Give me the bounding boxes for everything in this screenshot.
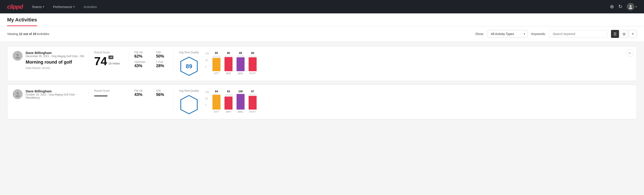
- card-user-name: Dave Billingham: [26, 89, 88, 93]
- card-date: December 05, 2021 - Gog Magog Golf Club …: [26, 55, 88, 58]
- activity-card: Dave Billingham December 05, 2021 - Gog …: [7, 46, 637, 81]
- round-score-section: Round Score 74 +4 18 Holes: [88, 51, 129, 67]
- card-user-name: Dave Billingham: [26, 51, 88, 55]
- view-grid-button[interactable]: ⊞: [620, 30, 628, 38]
- bar-fill: [236, 94, 244, 110]
- round-score-section: Round Score: [88, 89, 129, 96]
- card-left-section: Dave Billingham December 05, 2021 - Gog …: [13, 51, 88, 70]
- edit-button[interactable]: ✏: [626, 50, 634, 57]
- bar-column: 85OTT: [212, 52, 220, 75]
- gir-value: 50%: [156, 54, 174, 59]
- show-label: Show:: [475, 32, 484, 36]
- hex-score: 89: [186, 63, 192, 70]
- view-list-button[interactable]: ≡: [629, 30, 637, 38]
- shot-quality-section: Avg Shot Quality 89 100 50 0 85OTT90APP8…: [174, 51, 631, 76]
- activities-content: Dave Billingham December 05, 2021 - Gog …: [0, 42, 644, 124]
- app-logo[interactable]: clippd: [7, 3, 23, 10]
- hexagon-container: 89: [179, 56, 199, 76]
- fw-hit-label: FW Hit: [134, 51, 152, 54]
- bar-wrapper: [248, 56, 256, 71]
- activity-type-select[interactable]: All Activity Types: [488, 30, 528, 38]
- updown-value: 43%: [134, 64, 152, 68]
- bar-wrapper: [236, 94, 244, 110]
- avg-shot-label: Avg Shot Quality: [179, 89, 199, 92]
- bar-column: 89ARG: [236, 52, 244, 75]
- bar-fill: [236, 57, 244, 71]
- avatar-chevron-icon: ▾: [636, 5, 637, 8]
- one-putt-value: 28%: [156, 64, 174, 68]
- score-number: 74: [94, 55, 107, 67]
- viewing-count-text: Viewing 12 out of 29 Activities: [7, 32, 472, 36]
- fw-hit-label: FW Hit: [134, 89, 152, 92]
- fw-hit-value: 62%: [134, 54, 152, 59]
- nav-performance[interactable]: Performance ▾: [53, 3, 75, 10]
- card-source: Data Source: Arccos: [26, 66, 88, 70]
- bar-category-label: OTT: [214, 110, 219, 113]
- svg-marker-7: [181, 96, 197, 114]
- bar-column: 94OTT: [212, 90, 220, 113]
- round-score-label: Round Score: [94, 89, 129, 92]
- card-info: Dave Billingham October 16, 2021 - Gog M…: [26, 89, 88, 101]
- bar-fill: [224, 57, 232, 71]
- bar-column: 90APP: [224, 52, 232, 75]
- nav-teams[interactable]: Teams ▾: [32, 3, 44, 10]
- updown-label: Up/Down: [134, 60, 152, 64]
- refresh-icon[interactable]: ↻: [618, 4, 622, 10]
- search-input[interactable]: [550, 30, 608, 38]
- y-axis-labels: 100 50 0: [205, 52, 209, 68]
- card-left-section: Dave Billingham October 16, 2021 - Gog M…: [13, 89, 88, 101]
- card-info: Dave Billingham December 05, 2021 - Gog …: [26, 51, 88, 70]
- bar-fill: [212, 95, 220, 110]
- gir-stat: GIR 50%: [156, 51, 174, 59]
- bar-wrapper: [224, 94, 232, 110]
- add-icon[interactable]: ⊕: [610, 4, 614, 10]
- performance-chevron-icon: ▾: [74, 5, 75, 8]
- quality-left: Avg Shot Quality 89: [179, 51, 199, 76]
- filter-bar: Viewing 12 out of 29 Activities Show: Al…: [0, 26, 644, 42]
- round-score-label: Round Score: [94, 51, 129, 54]
- svg-point-2: [16, 54, 19, 56]
- bar-column: 89PUTT: [248, 52, 256, 75]
- score-badge: +4: [108, 56, 114, 59]
- svg-point-1: [629, 7, 632, 9]
- navbar: clippd Teams ▾ Performance ▾ Activities …: [0, 0, 644, 14]
- view-list-compact-button[interactable]: ☰: [611, 30, 619, 38]
- bar-chart: 85OTT90APP89ARG89PUTT: [212, 52, 256, 75]
- bar-wrapper: [212, 56, 220, 71]
- page-header: My Activities: [0, 14, 644, 26]
- user-menu[interactable]: ▾: [627, 3, 637, 10]
- score-holes: 18 Holes: [108, 62, 120, 65]
- bar-wrapper: [212, 94, 220, 110]
- gir-stat: GIR 56%: [156, 89, 174, 97]
- svg-point-3: [16, 57, 20, 59]
- list-compact-icon: ☰: [614, 32, 616, 36]
- bar-category-label: PUTT: [250, 72, 256, 75]
- bar-value-label: 90: [227, 52, 230, 55]
- avatar: [13, 89, 22, 99]
- bar-column: 83APP: [224, 90, 232, 113]
- quality-left: Avg Shot Quality: [179, 89, 199, 115]
- bar-value-label: 85: [215, 52, 218, 55]
- keywords-label: Keywords:: [531, 32, 546, 36]
- hexagon-container: [179, 94, 199, 115]
- view-toggle-group: ☰ ⊞ ≡: [611, 30, 637, 38]
- bar-category-label: APP: [226, 72, 231, 75]
- updown-stat: Up/Down 43%: [134, 60, 152, 68]
- svg-point-0: [630, 5, 632, 7]
- one-putt-label: 1 Putt: [156, 60, 174, 64]
- page-title: My Activities: [7, 17, 37, 26]
- avatar: [627, 3, 634, 10]
- bar-fill: [224, 96, 232, 110]
- bar-fill: [212, 58, 220, 72]
- gir-label: GIR: [156, 51, 174, 54]
- fw-hit-value: 43%: [134, 92, 152, 97]
- bar-category-label: OTT: [214, 72, 219, 75]
- fw-hit-stat: FW Hit 62%: [134, 51, 152, 59]
- hexagon-icon: [179, 94, 199, 115]
- bar-fill: [248, 96, 256, 110]
- activity-card: Dave Billingham October 16, 2021 - Gog M…: [7, 84, 637, 119]
- y-axis-labels: 100 50 0: [205, 91, 209, 106]
- nav-activities[interactable]: Activities: [84, 3, 97, 10]
- gir-value: 56%: [156, 92, 174, 97]
- svg-point-6: [16, 95, 20, 97]
